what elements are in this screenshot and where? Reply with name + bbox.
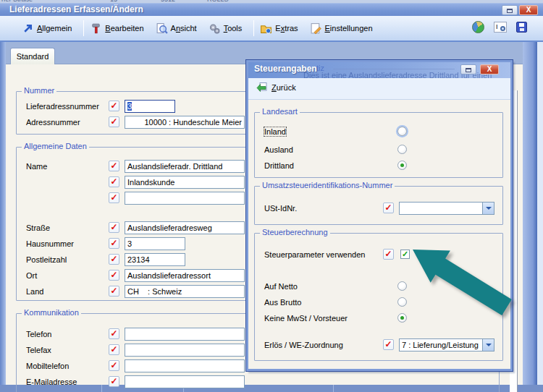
dialog-close-button[interactable]: X bbox=[480, 64, 499, 74]
group-label: Steuerberechnung bbox=[260, 228, 330, 237]
field-check-icon[interactable]: ✓ bbox=[383, 339, 394, 350]
adressnummer-input[interactable]: 10000 : Hundeschule Meier bbox=[125, 116, 245, 129]
chart-globe-icon[interactable] bbox=[472, 21, 484, 33]
postleitzahl-input[interactable]: 23134 bbox=[125, 253, 185, 266]
group-label: Nummer bbox=[22, 86, 56, 95]
field-label: Straße bbox=[26, 223, 50, 232]
toolbar-item-bearbeiten[interactable]: Bearbeiten bbox=[90, 22, 143, 35]
gears-icon bbox=[209, 22, 221, 35]
field-label: Telefax bbox=[26, 346, 51, 354]
close-button[interactable]: X bbox=[519, 5, 538, 15]
field-label: Name bbox=[26, 162, 47, 171]
field-check-icon[interactable]: ✓ bbox=[109, 254, 119, 265]
dropdown-value: 7 : Lieferung/Leistung bbox=[402, 339, 481, 351]
field-label: E-Mailadresse bbox=[26, 378, 77, 386]
steuerangaben-dialog: tiz Dies ist eine Auslandslieferadresse … bbox=[246, 60, 513, 371]
radio-label: Keine MwSt / Vorsteuer bbox=[264, 314, 348, 323]
ustidnr-dropdown[interactable] bbox=[399, 202, 494, 215]
lieferadressnummer-input[interactable]: 3 bbox=[125, 100, 175, 113]
toolbar-label: Einstellungen bbox=[325, 24, 373, 33]
dropdown-button[interactable] bbox=[482, 203, 494, 214]
back-button[interactable]: Zurück bbox=[256, 82, 296, 93]
radio-label: Ausland bbox=[264, 145, 293, 154]
field-label: Mobiltelefon bbox=[26, 362, 69, 370]
field-check-icon[interactable]: ✓ bbox=[383, 249, 394, 260]
field-check-icon[interactable]: ✓ bbox=[109, 360, 119, 371]
ort-input[interactable]: Auslandslieferadressort bbox=[125, 269, 245, 282]
field-check-icon[interactable]: ✓ bbox=[109, 222, 119, 233]
annotation-arrow bbox=[398, 239, 525, 322]
mobiltelefon-input[interactable] bbox=[125, 359, 245, 372]
field-label: Telefon bbox=[26, 330, 51, 338]
hausnummer-input[interactable]: 3 bbox=[125, 237, 185, 250]
field-check-icon[interactable]: ✓ bbox=[109, 328, 119, 339]
field-check-icon[interactable]: ✓ bbox=[109, 192, 119, 203]
field-check-icon[interactable]: ✓ bbox=[383, 203, 394, 213]
toolbar-label: Bearbeiten bbox=[105, 24, 143, 33]
toolbar-item-einstellungen[interactable]: Einstellungen bbox=[310, 22, 373, 35]
dialog-title: Steuerangaben bbox=[254, 64, 317, 74]
land-input[interactable]: CH : Schweiz bbox=[125, 285, 245, 298]
toolbar-item-ansicht[interactable]: Ansicht bbox=[156, 22, 197, 35]
field-check-icon[interactable]: ✓ bbox=[109, 286, 119, 297]
toolbar-item-allgemein[interactable]: Allgemein bbox=[22, 22, 72, 35]
field-row-ustidnr: USt-IdNr. ✓ bbox=[264, 202, 503, 216]
field-label: Lieferadressnummer bbox=[26, 102, 99, 111]
field-check-icon[interactable]: ✓ bbox=[109, 344, 119, 355]
save-icon[interactable] bbox=[516, 22, 527, 33]
telefon-input[interactable] bbox=[125, 328, 245, 341]
strasse-input[interactable]: Auslandslieferadresweg bbox=[125, 221, 245, 234]
field-check-icon[interactable]: ✓ bbox=[109, 116, 119, 127]
erloes-zuordnung-dropdown[interactable]: 7 : Lieferung/Leistung bbox=[399, 338, 494, 351]
toolbar-item-extras[interactable]: Extras bbox=[260, 22, 298, 35]
magnifier-page-icon bbox=[156, 22, 168, 35]
emailadresse-input[interactable] bbox=[125, 375, 245, 388]
radio-row-inland: Inland bbox=[264, 125, 503, 139]
inland-radio[interactable] bbox=[397, 127, 407, 136]
radio-label: Aus Brutto bbox=[264, 298, 301, 307]
name2-input[interactable]: Inlandskunde bbox=[125, 176, 245, 189]
field-check-icon[interactable]: ✓ bbox=[109, 238, 119, 249]
name3-input[interactable] bbox=[125, 192, 245, 205]
window-title: Lieferadressen Erfassen/Ändern bbox=[9, 4, 143, 14]
ausland-radio[interactable] bbox=[397, 145, 407, 154]
field-label: Hausnummer bbox=[26, 239, 74, 248]
toolbar-item-tools[interactable]: Tools bbox=[209, 22, 243, 35]
window-border-left bbox=[0, 42, 6, 385]
back-label: Zurück bbox=[272, 83, 296, 92]
tab-standard[interactable]: Standard bbox=[10, 48, 55, 64]
toolbar-label: Allgemein bbox=[37, 24, 72, 33]
dialog-toolbar: Zurück bbox=[248, 78, 510, 100]
toolbar-label: Extras bbox=[275, 24, 298, 33]
field-check-icon[interactable]: ✓ bbox=[109, 376, 119, 387]
radio-label: Auf Netto bbox=[264, 282, 298, 291]
field-label: Land bbox=[26, 287, 43, 296]
radio-row-drittland: Drittland bbox=[264, 159, 503, 173]
field-check-icon[interactable]: ✓ bbox=[109, 101, 119, 111]
field-check-icon[interactable]: ✓ bbox=[109, 176, 119, 187]
main-toolbar: Allgemein Bearbeiten Ansicht Tools Extra… bbox=[0, 16, 543, 42]
field-label: Postleitzahl bbox=[26, 255, 67, 264]
folder-icon bbox=[260, 22, 272, 35]
minimize-icon bbox=[466, 68, 471, 72]
field-check-icon[interactable]: ✓ bbox=[109, 161, 119, 171]
toolbar-label: Ansicht bbox=[171, 24, 197, 33]
minimize-icon bbox=[507, 9, 513, 13]
field-lookup-icon[interactable]: I bbox=[494, 22, 507, 33]
toolbar-separator bbox=[253, 20, 254, 36]
field-row-emailadresse: E-Mailadresse ✓ bbox=[26, 375, 489, 389]
group-label: Landesart bbox=[260, 107, 300, 116]
dropdown-button[interactable] bbox=[482, 339, 494, 351]
field-row-erloes-zuordnung: Erlös / WE-Zuordnung ✓ 7 : Lieferung/Lei… bbox=[264, 338, 503, 352]
drittland-radio[interactable] bbox=[397, 161, 407, 170]
minimize-button[interactable] bbox=[502, 5, 518, 15]
field-label: Steuerparameter verwenden bbox=[264, 250, 365, 259]
telefax-input[interactable] bbox=[125, 344, 245, 357]
hammer-icon bbox=[90, 22, 102, 35]
field-check-icon[interactable]: ✓ bbox=[109, 270, 119, 281]
field-label: Erlös / WE-Zuordnung bbox=[264, 341, 343, 349]
dialog-minimize-button[interactable] bbox=[460, 64, 476, 74]
name-input[interactable]: Auslandslieferadr. Drittland bbox=[125, 160, 245, 173]
back-arrow-icon bbox=[256, 82, 268, 93]
group-label: Umsatzsteueridentifikations-Nummer bbox=[260, 181, 395, 189]
